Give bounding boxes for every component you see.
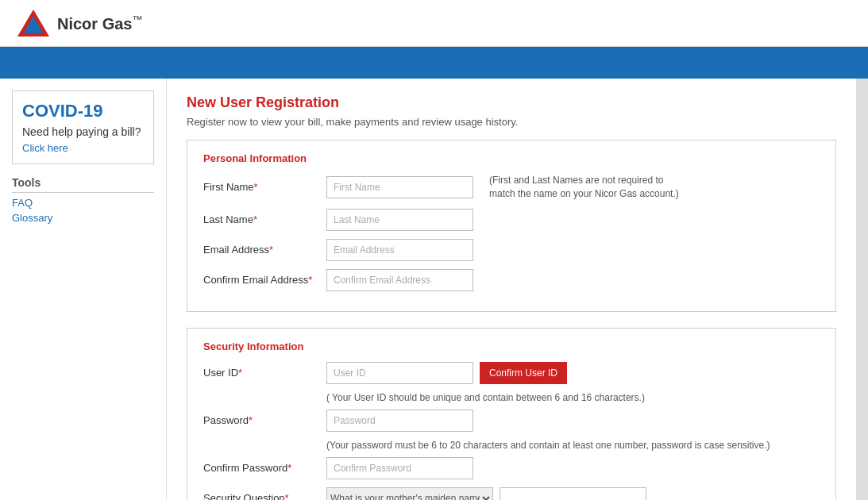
confirm-email-label: Confirm Email Address* (203, 274, 326, 286)
security-question-required: * (285, 492, 289, 500)
security-answer-input[interactable] (500, 487, 646, 500)
page-title: New User Registration (187, 94, 836, 111)
security-question-label: Security Question* (203, 492, 326, 500)
header: Nicor Gas™ (0, 0, 868, 47)
userid-row: User ID* Confirm User ID (203, 362, 820, 384)
confirm-password-required: * (287, 462, 291, 474)
first-name-label: First Name* (203, 181, 326, 193)
personal-information-section: Personal Information First Name* (First … (187, 140, 836, 312)
content-area: New User Registration Register now to vi… (167, 79, 856, 500)
logo-text: Nicor Gas™ (57, 13, 142, 33)
logo-area: Nicor Gas™ (16, 8, 142, 38)
page-wrapper: Nicor Gas™ COVID-19 Need help paying a b… (0, 0, 868, 500)
security-section-title: Security Information (203, 340, 820, 352)
confirm-email-required: * (308, 274, 312, 286)
blue-banner (0, 47, 868, 79)
userid-input-group: Confirm User ID (326, 362, 567, 384)
nicor-logo-icon (16, 8, 51, 38)
sidebar-glossary-link[interactable]: Glossary (12, 212, 154, 224)
confirm-password-input[interactable] (326, 457, 473, 479)
confirm-userid-button[interactable]: Confirm User ID (480, 362, 567, 384)
covid-text: Need help paying a bill? (22, 125, 144, 138)
email-label: Email Address* (203, 244, 326, 256)
last-name-input[interactable] (326, 209, 473, 231)
userid-input[interactable] (326, 362, 473, 384)
last-name-row: Last Name* (203, 209, 820, 231)
confirm-password-row: Confirm Password* (203, 457, 820, 479)
email-required: * (269, 244, 273, 256)
last-name-required: * (253, 213, 257, 225)
page-subtitle: Register now to view your bill, make pay… (187, 116, 836, 128)
security-information-section: Security Information User ID* Confirm Us… (187, 328, 836, 500)
userid-required: * (238, 367, 242, 379)
security-question-select[interactable]: What is your mother's maiden name? What … (326, 487, 493, 500)
covid-link[interactable]: Click here (22, 142, 68, 154)
scrollbar[interactable] (856, 79, 868, 500)
confirm-password-label: Confirm Password* (203, 462, 326, 474)
userid-label: User ID* (203, 367, 326, 379)
personal-hint: (First and Last Names are not required t… (489, 174, 688, 201)
tools-title: Tools (12, 176, 154, 193)
confirm-email-row: Confirm Email Address* (203, 269, 820, 291)
sidebar-faq-link[interactable]: FAQ (12, 197, 154, 209)
main-layout: COVID-19 Need help paying a bill? Click … (0, 79, 868, 500)
email-input[interactable] (326, 239, 473, 261)
first-name-row: First Name* (First and Last Names are no… (203, 174, 820, 201)
personal-section-title: Personal Information (203, 152, 820, 164)
password-hint: (Your password must be 6 to 20 character… (326, 440, 820, 451)
password-required: * (249, 414, 253, 426)
sidebar: COVID-19 Need help paying a bill? Click … (0, 79, 167, 500)
covid-title: COVID-19 (22, 101, 144, 121)
password-label: Password* (203, 414, 326, 426)
email-row: Email Address* (203, 239, 820, 261)
password-row: Password* (203, 410, 820, 432)
password-input[interactable] (326, 410, 473, 432)
confirm-email-input[interactable] (326, 269, 473, 291)
userid-hint: ( Your User ID should be unique and cont… (326, 392, 820, 403)
security-question-row: Security Question* What is your mother's… (203, 487, 820, 500)
first-name-input[interactable] (326, 176, 473, 198)
first-name-required: * (254, 181, 258, 193)
last-name-label: Last Name* (203, 213, 326, 225)
covid-box: COVID-19 Need help paying a bill? Click … (12, 90, 154, 164)
logo-trademark: ™ (132, 13, 142, 25)
